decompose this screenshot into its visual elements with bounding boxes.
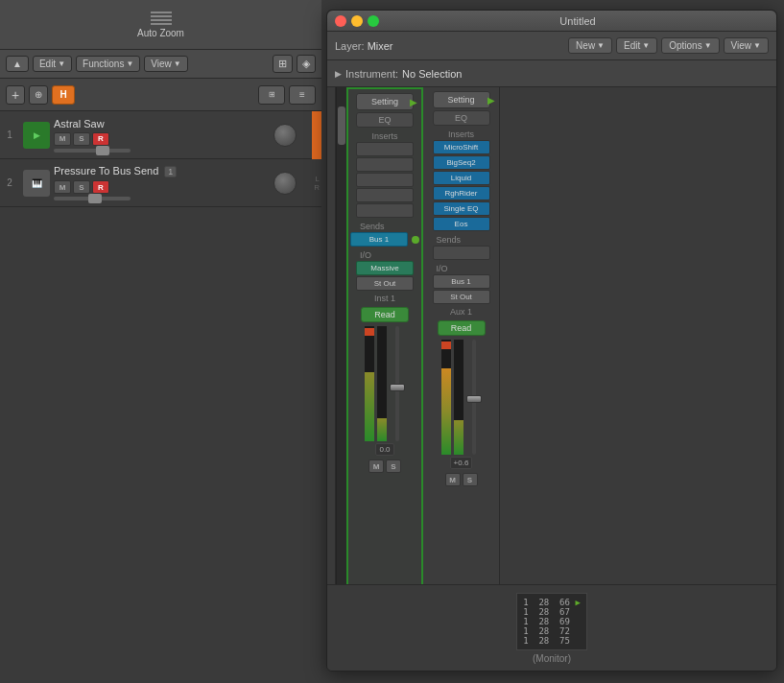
insert-slot[interactable] bbox=[356, 188, 414, 202]
close-button[interactable] bbox=[335, 15, 346, 27]
send-empty[interactable] bbox=[433, 246, 490, 260]
db-value: 0.0 bbox=[375, 443, 393, 456]
arrange-edit-btn[interactable]: Edit ▼ bbox=[33, 56, 72, 72]
add-folder-button[interactable]: ⊕ bbox=[29, 85, 48, 105]
mixer-new-btn[interactable]: New ▼ bbox=[568, 37, 612, 54]
io-bus1[interactable]: Bus 1 bbox=[433, 274, 490, 289]
track-knob[interactable] bbox=[273, 172, 297, 195]
ch-s-btn[interactable]: S bbox=[463, 473, 478, 486]
read-btn[interactable]: Read bbox=[361, 307, 409, 322]
arrange-up-btn[interactable]: ▲ bbox=[6, 56, 29, 72]
window-title: Untitled bbox=[559, 15, 595, 27]
mixer-view-btn[interactable]: View ▼ bbox=[724, 37, 769, 54]
sends-label: Sends bbox=[356, 222, 414, 231]
track-number: 2 bbox=[0, 177, 19, 188]
insert-slot[interactable] bbox=[356, 203, 414, 218]
track-row: 1 ▶ Astral Saw M S R LR bbox=[0, 111, 321, 159]
track-row: 2 🎹 Pressure To Bus Send 1 M S R LR bbox=[0, 159, 321, 207]
maximize-button[interactable] bbox=[368, 15, 379, 27]
mixer-edit-btn[interactable]: Edit ▼ bbox=[616, 37, 657, 54]
inst-label: Aux 1 bbox=[433, 307, 490, 317]
fader-thumb[interactable] bbox=[466, 395, 482, 403]
channel-aux1: ▶ Setting EQ Inserts MicroShift BigSeq2 … bbox=[423, 87, 500, 642]
setting-btn[interactable]: Setting bbox=[433, 91, 490, 108]
insert-slot[interactable] bbox=[356, 157, 414, 172]
eq-btn[interactable]: EQ bbox=[356, 112, 414, 128]
inserts-label: Inserts bbox=[433, 130, 490, 139]
track-fader[interactable] bbox=[54, 197, 131, 200]
io-massive[interactable]: Massive bbox=[356, 261, 414, 275]
track-knob[interactable] bbox=[273, 124, 297, 147]
solo-btn[interactable]: S bbox=[73, 180, 90, 194]
orange-strip bbox=[312, 111, 321, 159]
track-name: Pressure To Bus Send 1 bbox=[54, 165, 270, 177]
mixer-options-btn[interactable]: Options ▼ bbox=[661, 37, 719, 54]
record-btn[interactable]: R bbox=[92, 180, 109, 194]
arrange-functions-btn[interactable]: Functions ▼ bbox=[76, 56, 140, 72]
meter-L bbox=[365, 326, 374, 441]
mixer-channels: ▶ Setting EQ Inserts Sends Bus 1 I/O Mas… bbox=[327, 87, 776, 642]
insert-slot[interactable] bbox=[356, 173, 414, 187]
instrument-value: No Selection bbox=[402, 68, 462, 80]
eq-btn[interactable]: EQ bbox=[433, 110, 490, 126]
window-titlebar: Untitled bbox=[327, 11, 776, 32]
arrange-view-btn[interactable]: View ▼ bbox=[144, 56, 187, 72]
meter-R bbox=[454, 340, 463, 455]
db-value: +0.6 bbox=[450, 457, 473, 469]
solo-btn[interactable]: S bbox=[73, 132, 90, 146]
track-fader-thumb[interactable] bbox=[88, 194, 102, 203]
add-track-button[interactable]: + bbox=[6, 85, 25, 105]
arrange-capture-btn[interactable]: ◈ bbox=[297, 55, 316, 73]
monitor-label: (Monitor) bbox=[533, 653, 571, 664]
read-btn[interactable]: Read bbox=[438, 320, 486, 336]
channel-arrow: ▶ bbox=[487, 95, 495, 106]
track-fader[interactable] bbox=[54, 149, 131, 153]
ch-m-btn[interactable]: M bbox=[445, 473, 461, 486]
setting-btn[interactable]: Setting bbox=[356, 93, 414, 110]
mute-btn[interactable]: M bbox=[54, 132, 71, 146]
track-controls-bar: + ⊕ H ⊞ ≡ bbox=[0, 79, 321, 111]
fader-thumb[interactable] bbox=[390, 384, 405, 391]
insert-rghrider[interactable]: RghRider bbox=[433, 186, 490, 200]
io-label: I/O bbox=[356, 250, 414, 260]
send-dot bbox=[412, 236, 419, 244]
auto-zoom-label: Auto Zoom bbox=[137, 28, 184, 38]
track-icon-green: ▶ bbox=[23, 122, 50, 149]
channel-ms: M S bbox=[445, 473, 478, 486]
track-tag: 1 bbox=[164, 166, 177, 177]
track-info: Pressure To Bus Send 1 M S R bbox=[54, 165, 270, 200]
insert-slot[interactable] bbox=[356, 142, 414, 156]
arrange-midi-btn[interactable]: ⊞ bbox=[273, 55, 293, 73]
io-stout[interactable]: St Out bbox=[433, 290, 490, 304]
send-bus1[interactable]: Bus 1 bbox=[350, 232, 408, 247]
insert-singleeq[interactable]: Single EQ bbox=[433, 201, 490, 216]
midi-settings-btn[interactable]: ⊞ bbox=[258, 85, 285, 105]
meter-bars bbox=[441, 340, 482, 455]
insert-liquid[interactable]: Liquid bbox=[433, 171, 490, 185]
scrollbar[interactable] bbox=[337, 87, 346, 642]
channel-astral-saw: ▶ Setting EQ Inserts Sends Bus 1 I/O Mas… bbox=[346, 87, 423, 642]
instrument-bar: ▶ Instrument: No Selection bbox=[327, 60, 776, 87]
h-button[interactable]: H bbox=[52, 85, 75, 105]
window-controls bbox=[335, 15, 379, 27]
track-settings-btn[interactable]: ≡ bbox=[289, 85, 316, 105]
io-label: I/O bbox=[433, 264, 490, 273]
mute-btn[interactable]: M bbox=[54, 180, 71, 194]
record-btn[interactable]: R bbox=[92, 132, 109, 146]
insert-eos[interactable]: Eos bbox=[433, 217, 490, 231]
track-number: 1 bbox=[0, 130, 19, 140]
ch-m-btn[interactable]: M bbox=[368, 459, 384, 473]
track-buttons: M S R bbox=[54, 132, 270, 146]
mixer-toolbar: Layer: Mixer New ▼ Edit ▼ Options ▼ View… bbox=[327, 32, 776, 60]
insert-microshift[interactable]: MicroShift bbox=[433, 140, 490, 154]
monitor-grid: 1 28 66 ▶ 1 28 67 1 28 69 1 28 72 1 28 7… bbox=[516, 593, 587, 650]
io-stout[interactable]: St Out bbox=[356, 276, 414, 291]
insert-bigseq2[interactable]: BigSeq2 bbox=[433, 155, 490, 170]
inserts-label: Inserts bbox=[356, 131, 414, 141]
ch-s-btn[interactable]: S bbox=[386, 459, 401, 473]
minimize-button[interactable] bbox=[351, 15, 363, 27]
track-fader-thumb[interactable] bbox=[96, 146, 109, 155]
auto-zoom-bar: Auto Zoom bbox=[0, 0, 321, 50]
sends-label: Sends bbox=[433, 235, 490, 245]
instrument-label: Instrument: bbox=[345, 68, 398, 80]
